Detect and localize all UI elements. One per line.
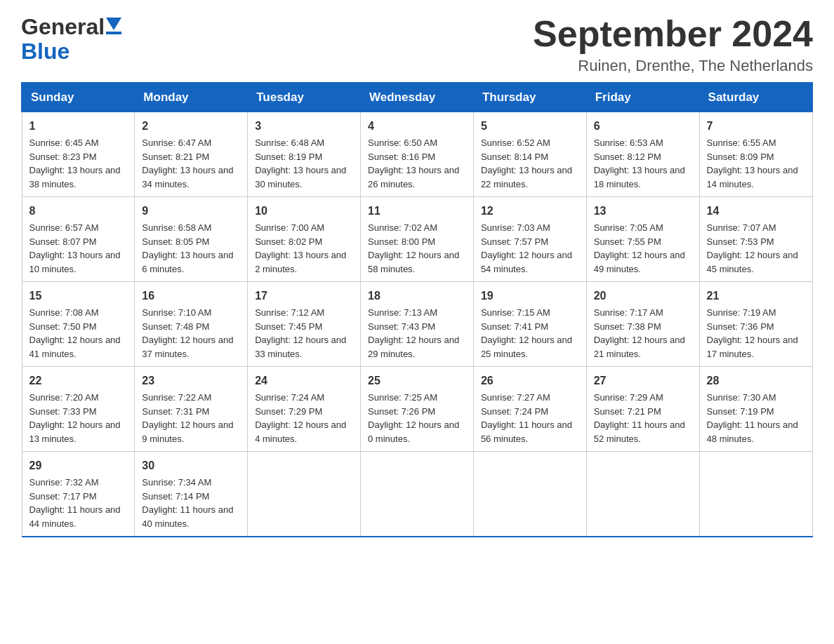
day-info: Sunrise: 7:30 AMSunset: 7:19 PMDaylight:… bbox=[707, 391, 805, 445]
day-info: Sunrise: 7:12 AMSunset: 7:45 PMDaylight:… bbox=[255, 306, 353, 361]
day-number: 19 bbox=[481, 288, 579, 304]
day-info: Sunrise: 7:03 AMSunset: 7:57 PMDaylight:… bbox=[481, 221, 579, 276]
calendar-cell: 23Sunrise: 7:22 AMSunset: 7:31 PMDayligh… bbox=[135, 367, 248, 452]
day-number: 4 bbox=[368, 118, 466, 135]
logo: General Blue bbox=[21, 14, 121, 65]
calendar-cell: 9Sunrise: 6:58 AMSunset: 8:05 PMDaylight… bbox=[135, 197, 248, 282]
day-info: Sunrise: 7:07 AMSunset: 7:53 PMDaylight:… bbox=[707, 221, 805, 276]
day-info: Sunrise: 6:50 AMSunset: 8:16 PMDaylight:… bbox=[368, 136, 466, 191]
day-number: 29 bbox=[29, 457, 128, 474]
day-info: Sunrise: 6:57 AMSunset: 8:07 PMDaylight:… bbox=[29, 221, 128, 276]
day-number: 30 bbox=[142, 457, 240, 474]
day-number: 3 bbox=[255, 118, 353, 135]
calendar-cell: 14Sunrise: 7:07 AMSunset: 7:53 PMDayligh… bbox=[699, 197, 812, 282]
logo-blue: Blue bbox=[21, 39, 70, 65]
calendar-cell: 19Sunrise: 7:15 AMSunset: 7:41 PMDayligh… bbox=[473, 282, 586, 367]
calendar-cell: 28Sunrise: 7:30 AMSunset: 7:19 PMDayligh… bbox=[699, 367, 812, 452]
calendar-week-row: 1Sunrise: 6:45 AMSunset: 8:23 PMDaylight… bbox=[22, 112, 812, 197]
day-number: 13 bbox=[594, 203, 692, 220]
day-number: 8 bbox=[29, 203, 128, 220]
day-number: 17 bbox=[255, 288, 353, 304]
day-info: Sunrise: 7:08 AMSunset: 7:50 PMDaylight:… bbox=[29, 306, 128, 361]
calendar-cell: 1Sunrise: 6:45 AMSunset: 8:23 PMDaylight… bbox=[22, 112, 135, 197]
day-info: Sunrise: 6:55 AMSunset: 8:09 PMDaylight:… bbox=[707, 136, 805, 191]
day-number: 18 bbox=[368, 288, 466, 304]
calendar-cell: 6Sunrise: 6:53 AMSunset: 8:12 PMDaylight… bbox=[586, 112, 699, 197]
day-number: 10 bbox=[255, 203, 353, 220]
day-number: 27 bbox=[594, 373, 692, 389]
day-number: 11 bbox=[368, 203, 466, 220]
day-info: Sunrise: 7:27 AMSunset: 7:24 PMDaylight:… bbox=[481, 391, 579, 445]
day-number: 26 bbox=[481, 373, 579, 389]
day-number: 14 bbox=[707, 203, 805, 220]
day-info: Sunrise: 7:05 AMSunset: 7:55 PMDaylight:… bbox=[594, 221, 692, 276]
day-number: 5 bbox=[481, 118, 579, 135]
day-info: Sunrise: 7:19 AMSunset: 7:36 PMDaylight:… bbox=[707, 306, 805, 361]
calendar-cell: 21Sunrise: 7:19 AMSunset: 7:36 PMDayligh… bbox=[699, 282, 812, 367]
day-number: 25 bbox=[368, 373, 466, 389]
calendar-cell: 8Sunrise: 6:57 AMSunset: 8:07 PMDaylight… bbox=[22, 197, 135, 282]
calendar-header-saturday: Saturday bbox=[699, 83, 812, 112]
calendar-cell bbox=[586, 452, 699, 537]
day-number: 9 bbox=[142, 203, 240, 220]
day-number: 28 bbox=[707, 373, 805, 389]
calendar-cell: 7Sunrise: 6:55 AMSunset: 8:09 PMDaylight… bbox=[699, 112, 812, 197]
day-number: 6 bbox=[594, 118, 692, 135]
calendar-cell: 22Sunrise: 7:20 AMSunset: 7:33 PMDayligh… bbox=[22, 367, 135, 452]
calendar-week-row: 8Sunrise: 6:57 AMSunset: 8:07 PMDaylight… bbox=[22, 197, 812, 282]
calendar-cell: 12Sunrise: 7:03 AMSunset: 7:57 PMDayligh… bbox=[473, 197, 586, 282]
day-info: Sunrise: 6:47 AMSunset: 8:21 PMDaylight:… bbox=[142, 136, 240, 191]
calendar-header-friday: Friday bbox=[586, 83, 699, 112]
day-info: Sunrise: 7:17 AMSunset: 7:38 PMDaylight:… bbox=[594, 306, 692, 361]
calendar-header-tuesday: Tuesday bbox=[248, 83, 361, 112]
page-header: General Blue September 2024 Ruinen, Dren… bbox=[21, 14, 813, 75]
calendar-cell: 10Sunrise: 7:00 AMSunset: 8:02 PMDayligh… bbox=[248, 197, 361, 282]
day-number: 23 bbox=[142, 373, 240, 389]
day-info: Sunrise: 7:24 AMSunset: 7:29 PMDaylight:… bbox=[255, 391, 353, 445]
calendar-cell: 25Sunrise: 7:25 AMSunset: 7:26 PMDayligh… bbox=[361, 367, 474, 452]
svg-marker-0 bbox=[106, 18, 121, 30]
day-info: Sunrise: 6:53 AMSunset: 8:12 PMDaylight:… bbox=[594, 136, 692, 191]
day-info: Sunrise: 7:20 AMSunset: 7:33 PMDaylight:… bbox=[29, 391, 128, 445]
day-info: Sunrise: 7:22 AMSunset: 7:31 PMDaylight:… bbox=[142, 391, 240, 445]
calendar-header-wednesday: Wednesday bbox=[361, 83, 474, 112]
calendar-table: SundayMondayTuesdayWednesdayThursdayFrid… bbox=[21, 82, 813, 537]
calendar-header-row: SundayMondayTuesdayWednesdayThursdayFrid… bbox=[22, 83, 812, 112]
calendar-cell: 16Sunrise: 7:10 AMSunset: 7:48 PMDayligh… bbox=[135, 282, 248, 367]
logo-triangle-icon bbox=[106, 18, 121, 39]
calendar-cell: 26Sunrise: 7:27 AMSunset: 7:24 PMDayligh… bbox=[473, 367, 586, 452]
calendar-cell: 11Sunrise: 7:02 AMSunset: 8:00 PMDayligh… bbox=[361, 197, 474, 282]
day-number: 16 bbox=[142, 288, 240, 304]
calendar-week-row: 15Sunrise: 7:08 AMSunset: 7:50 PMDayligh… bbox=[22, 282, 812, 367]
calendar-cell: 2Sunrise: 6:47 AMSunset: 8:21 PMDaylight… bbox=[135, 112, 248, 197]
day-number: 21 bbox=[707, 288, 805, 304]
calendar-cell: 4Sunrise: 6:50 AMSunset: 8:16 PMDaylight… bbox=[361, 112, 474, 197]
calendar-cell: 30Sunrise: 7:34 AMSunset: 7:14 PMDayligh… bbox=[135, 452, 248, 537]
day-number: 2 bbox=[142, 118, 240, 135]
calendar-cell bbox=[361, 452, 474, 537]
day-number: 15 bbox=[29, 288, 128, 304]
day-number: 20 bbox=[594, 288, 692, 304]
day-number: 22 bbox=[29, 373, 128, 389]
day-number: 1 bbox=[29, 118, 128, 135]
day-info: Sunrise: 6:52 AMSunset: 8:14 PMDaylight:… bbox=[481, 136, 579, 191]
title-area: September 2024 Ruinen, Drenthe, The Neth… bbox=[533, 14, 813, 75]
calendar-cell: 18Sunrise: 7:13 AMSunset: 7:43 PMDayligh… bbox=[361, 282, 474, 367]
day-info: Sunrise: 6:45 AMSunset: 8:23 PMDaylight:… bbox=[29, 136, 128, 191]
calendar-subtitle: Ruinen, Drenthe, The Netherlands bbox=[533, 57, 813, 75]
calendar-header-thursday: Thursday bbox=[473, 83, 586, 112]
day-number: 12 bbox=[481, 203, 579, 220]
day-info: Sunrise: 7:02 AMSunset: 8:00 PMDaylight:… bbox=[368, 221, 466, 276]
calendar-cell: 27Sunrise: 7:29 AMSunset: 7:21 PMDayligh… bbox=[586, 367, 699, 452]
calendar-cell bbox=[248, 452, 361, 537]
logo-general: General bbox=[21, 14, 105, 40]
calendar-cell bbox=[699, 452, 812, 537]
calendar-cell: 17Sunrise: 7:12 AMSunset: 7:45 PMDayligh… bbox=[248, 282, 361, 367]
day-info: Sunrise: 7:00 AMSunset: 8:02 PMDaylight:… bbox=[255, 221, 353, 276]
calendar-week-row: 22Sunrise: 7:20 AMSunset: 7:33 PMDayligh… bbox=[22, 367, 812, 452]
calendar-cell: 5Sunrise: 6:52 AMSunset: 8:14 PMDaylight… bbox=[473, 112, 586, 197]
calendar-cell: 24Sunrise: 7:24 AMSunset: 7:29 PMDayligh… bbox=[248, 367, 361, 452]
day-info: Sunrise: 7:34 AMSunset: 7:14 PMDaylight:… bbox=[142, 476, 240, 530]
day-info: Sunrise: 7:25 AMSunset: 7:26 PMDaylight:… bbox=[368, 391, 466, 445]
day-info: Sunrise: 7:32 AMSunset: 7:17 PMDaylight:… bbox=[29, 476, 128, 530]
